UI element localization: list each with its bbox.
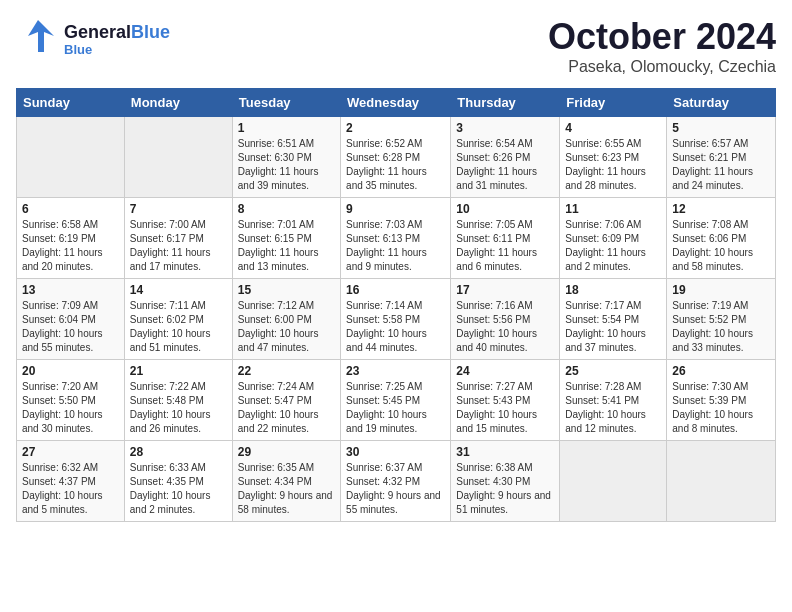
calendar-title: October 2024 [548, 16, 776, 58]
col-header-sunday: Sunday [17, 89, 125, 117]
day-info: Sunrise: 7:24 AM Sunset: 5:47 PM Dayligh… [238, 380, 335, 436]
day-info: Sunrise: 7:01 AM Sunset: 6:15 PM Dayligh… [238, 218, 335, 274]
day-number: 14 [130, 283, 227, 297]
calendar-cell: 1Sunrise: 6:51 AM Sunset: 6:30 PM Daylig… [232, 117, 340, 198]
day-info: Sunrise: 6:57 AM Sunset: 6:21 PM Dayligh… [672, 137, 770, 193]
day-number: 3 [456, 121, 554, 135]
day-info: Sunrise: 7:08 AM Sunset: 6:06 PM Dayligh… [672, 218, 770, 274]
day-info: Sunrise: 6:55 AM Sunset: 6:23 PM Dayligh… [565, 137, 661, 193]
calendar-cell: 7Sunrise: 7:00 AM Sunset: 6:17 PM Daylig… [124, 198, 232, 279]
day-number: 11 [565, 202, 661, 216]
calendar-cell: 31Sunrise: 6:38 AM Sunset: 4:30 PM Dayli… [451, 441, 560, 522]
day-number: 24 [456, 364, 554, 378]
calendar-header-row: SundayMondayTuesdayWednesdayThursdayFrid… [17, 89, 776, 117]
day-info: Sunrise: 7:25 AM Sunset: 5:45 PM Dayligh… [346, 380, 445, 436]
day-info: Sunrise: 7:09 AM Sunset: 6:04 PM Dayligh… [22, 299, 119, 355]
day-number: 19 [672, 283, 770, 297]
calendar-cell: 21Sunrise: 7:22 AM Sunset: 5:48 PM Dayli… [124, 360, 232, 441]
day-info: Sunrise: 7:17 AM Sunset: 5:54 PM Dayligh… [565, 299, 661, 355]
day-number: 17 [456, 283, 554, 297]
day-number: 18 [565, 283, 661, 297]
logo-general: General [64, 22, 131, 42]
day-info: Sunrise: 7:06 AM Sunset: 6:09 PM Dayligh… [565, 218, 661, 274]
calendar-cell: 13Sunrise: 7:09 AM Sunset: 6:04 PM Dayli… [17, 279, 125, 360]
day-number: 31 [456, 445, 554, 459]
calendar-cell: 22Sunrise: 7:24 AM Sunset: 5:47 PM Dayli… [232, 360, 340, 441]
logo-blue-text: Blue [131, 22, 170, 42]
calendar-cell: 16Sunrise: 7:14 AM Sunset: 5:58 PM Dayli… [341, 279, 451, 360]
calendar-cell: 20Sunrise: 7:20 AM Sunset: 5:50 PM Dayli… [17, 360, 125, 441]
day-info: Sunrise: 7:28 AM Sunset: 5:41 PM Dayligh… [565, 380, 661, 436]
day-info: Sunrise: 6:35 AM Sunset: 4:34 PM Dayligh… [238, 461, 335, 517]
calendar-cell: 2Sunrise: 6:52 AM Sunset: 6:28 PM Daylig… [341, 117, 451, 198]
calendar-cell: 10Sunrise: 7:05 AM Sunset: 6:11 PM Dayli… [451, 198, 560, 279]
calendar-cell: 27Sunrise: 6:32 AM Sunset: 4:37 PM Dayli… [17, 441, 125, 522]
calendar-cell: 3Sunrise: 6:54 AM Sunset: 6:26 PM Daylig… [451, 117, 560, 198]
calendar-cell: 11Sunrise: 7:06 AM Sunset: 6:09 PM Dayli… [560, 198, 667, 279]
col-header-friday: Friday [560, 89, 667, 117]
calendar-cell: 6Sunrise: 6:58 AM Sunset: 6:19 PM Daylig… [17, 198, 125, 279]
day-number: 21 [130, 364, 227, 378]
calendar-cell: 26Sunrise: 7:30 AM Sunset: 5:39 PM Dayli… [667, 360, 776, 441]
calendar-cell: 15Sunrise: 7:12 AM Sunset: 6:00 PM Dayli… [232, 279, 340, 360]
calendar-cell: 12Sunrise: 7:08 AM Sunset: 6:06 PM Dayli… [667, 198, 776, 279]
day-number: 13 [22, 283, 119, 297]
day-info: Sunrise: 7:05 AM Sunset: 6:11 PM Dayligh… [456, 218, 554, 274]
calendar-cell: 25Sunrise: 7:28 AM Sunset: 5:41 PM Dayli… [560, 360, 667, 441]
col-header-wednesday: Wednesday [341, 89, 451, 117]
day-info: Sunrise: 6:51 AM Sunset: 6:30 PM Dayligh… [238, 137, 335, 193]
day-info: Sunrise: 7:14 AM Sunset: 5:58 PM Dayligh… [346, 299, 445, 355]
day-number: 15 [238, 283, 335, 297]
day-number: 28 [130, 445, 227, 459]
col-header-tuesday: Tuesday [232, 89, 340, 117]
week-row-3: 13Sunrise: 7:09 AM Sunset: 6:04 PM Dayli… [17, 279, 776, 360]
day-number: 8 [238, 202, 335, 216]
week-row-4: 20Sunrise: 7:20 AM Sunset: 5:50 PM Dayli… [17, 360, 776, 441]
day-number: 12 [672, 202, 770, 216]
calendar-cell: 19Sunrise: 7:19 AM Sunset: 5:52 PM Dayli… [667, 279, 776, 360]
calendar-cell: 30Sunrise: 6:37 AM Sunset: 4:32 PM Dayli… [341, 441, 451, 522]
day-info: Sunrise: 7:03 AM Sunset: 6:13 PM Dayligh… [346, 218, 445, 274]
calendar-cell: 9Sunrise: 7:03 AM Sunset: 6:13 PM Daylig… [341, 198, 451, 279]
day-number: 4 [565, 121, 661, 135]
col-header-thursday: Thursday [451, 89, 560, 117]
day-number: 29 [238, 445, 335, 459]
day-number: 23 [346, 364, 445, 378]
calendar-cell: 29Sunrise: 6:35 AM Sunset: 4:34 PM Dayli… [232, 441, 340, 522]
logo: GeneralBlue Blue [16, 16, 170, 64]
day-info: Sunrise: 6:38 AM Sunset: 4:30 PM Dayligh… [456, 461, 554, 517]
day-number: 27 [22, 445, 119, 459]
day-info: Sunrise: 7:16 AM Sunset: 5:56 PM Dayligh… [456, 299, 554, 355]
calendar-cell: 8Sunrise: 7:01 AM Sunset: 6:15 PM Daylig… [232, 198, 340, 279]
day-info: Sunrise: 6:58 AM Sunset: 6:19 PM Dayligh… [22, 218, 119, 274]
svg-marker-0 [28, 20, 54, 52]
day-info: Sunrise: 7:19 AM Sunset: 5:52 PM Dayligh… [672, 299, 770, 355]
day-info: Sunrise: 6:32 AM Sunset: 4:37 PM Dayligh… [22, 461, 119, 517]
day-info: Sunrise: 6:37 AM Sunset: 4:32 PM Dayligh… [346, 461, 445, 517]
calendar-cell: 4Sunrise: 6:55 AM Sunset: 6:23 PM Daylig… [560, 117, 667, 198]
col-header-saturday: Saturday [667, 89, 776, 117]
day-number: 30 [346, 445, 445, 459]
day-info: Sunrise: 6:54 AM Sunset: 6:26 PM Dayligh… [456, 137, 554, 193]
day-number: 22 [238, 364, 335, 378]
day-info: Sunrise: 7:00 AM Sunset: 6:17 PM Dayligh… [130, 218, 227, 274]
day-number: 1 [238, 121, 335, 135]
day-info: Sunrise: 7:27 AM Sunset: 5:43 PM Dayligh… [456, 380, 554, 436]
day-info: Sunrise: 7:22 AM Sunset: 5:48 PM Dayligh… [130, 380, 227, 436]
calendar-cell: 23Sunrise: 7:25 AM Sunset: 5:45 PM Dayli… [341, 360, 451, 441]
day-number: 9 [346, 202, 445, 216]
calendar-cell [560, 441, 667, 522]
calendar-cell: 17Sunrise: 7:16 AM Sunset: 5:56 PM Dayli… [451, 279, 560, 360]
day-number: 26 [672, 364, 770, 378]
calendar-cell: 5Sunrise: 6:57 AM Sunset: 6:21 PM Daylig… [667, 117, 776, 198]
day-number: 10 [456, 202, 554, 216]
day-number: 25 [565, 364, 661, 378]
calendar-cell: 14Sunrise: 7:11 AM Sunset: 6:02 PM Dayli… [124, 279, 232, 360]
day-number: 2 [346, 121, 445, 135]
logo-icon [16, 16, 60, 64]
day-info: Sunrise: 6:52 AM Sunset: 6:28 PM Dayligh… [346, 137, 445, 193]
week-row-1: 1Sunrise: 6:51 AM Sunset: 6:30 PM Daylig… [17, 117, 776, 198]
col-header-monday: Monday [124, 89, 232, 117]
calendar-cell: 24Sunrise: 7:27 AM Sunset: 5:43 PM Dayli… [451, 360, 560, 441]
logo-blue-label: Blue [64, 42, 170, 57]
